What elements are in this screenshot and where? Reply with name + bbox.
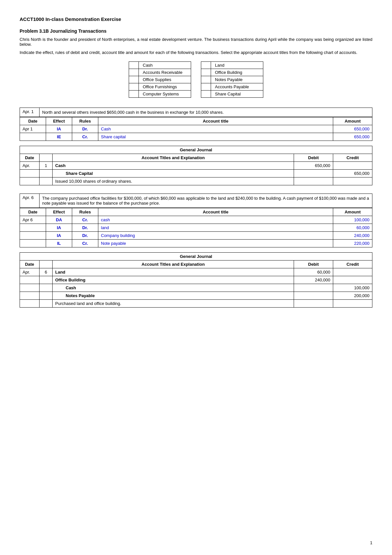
effect-rules: Dr. bbox=[72, 232, 98, 240]
effect-rules: Dr. bbox=[72, 224, 98, 232]
t2-effect-header-rules: Rules bbox=[72, 208, 98, 216]
journal-row: Share Capital 650,000 bbox=[20, 170, 372, 177]
journal-account: Notes Payable bbox=[53, 292, 294, 300]
transaction-2-date: Apr. 6 bbox=[20, 194, 40, 208]
coa-row: Office Supplies bbox=[129, 76, 191, 83]
coa-name: Accounts Payable bbox=[211, 83, 263, 91]
coa-code bbox=[129, 83, 139, 91]
effect-header-account: Account title bbox=[98, 117, 333, 125]
effect-amount: 60,000 bbox=[333, 224, 372, 232]
journal-1-header-debit: Debit bbox=[294, 154, 333, 162]
effect-value: IL bbox=[46, 240, 72, 247]
journal-debit bbox=[294, 300, 333, 308]
effect-amount: 650,000 bbox=[333, 125, 372, 133]
journal-num bbox=[40, 276, 53, 284]
effect-rules: Cr. bbox=[72, 133, 98, 141]
journal-num bbox=[40, 292, 53, 300]
transaction-1-effect-table: Date Effect Rules Account title Amount A… bbox=[20, 117, 372, 141]
effect-row: IL Cr. Note payable 220,000 bbox=[20, 240, 372, 247]
journal-1-header-date: Date bbox=[20, 154, 40, 162]
effect-amount: 650,000 bbox=[333, 133, 372, 141]
journal-debit: 650,000 bbox=[294, 162, 333, 170]
journal-account: Cash bbox=[53, 284, 294, 292]
t2-effect-header-date: Date bbox=[20, 208, 46, 216]
journal-account: Share Capital bbox=[53, 170, 294, 177]
effect-date bbox=[20, 224, 46, 232]
coa-name: Office Building bbox=[211, 69, 263, 76]
coa-name: Notes Payable bbox=[211, 76, 263, 83]
coa-name: Land bbox=[211, 62, 263, 69]
effect-date bbox=[20, 240, 46, 247]
effect-amount: 220,000 bbox=[333, 240, 372, 247]
effect-value: IE bbox=[46, 133, 72, 141]
journal-row: Notes Payable 200,000 bbox=[20, 292, 372, 300]
coa-right-table: LandOffice BuildingNotes PayableAccounts… bbox=[201, 61, 263, 98]
journal-date: Apr. bbox=[20, 162, 40, 170]
coa-code bbox=[129, 76, 139, 83]
effect-header-amount: Amount bbox=[333, 117, 372, 125]
journal-credit: 650,000 bbox=[333, 170, 372, 177]
coa-row: Share Capital bbox=[201, 91, 263, 98]
effect-amount: 240,000 bbox=[333, 232, 372, 240]
effect-account: Note payable bbox=[98, 240, 333, 247]
coa-code bbox=[129, 91, 139, 98]
journal-2-header-num bbox=[40, 261, 53, 268]
journal-1-header-num bbox=[40, 154, 53, 162]
transaction-1-journal-table: General Journal Date Account Titles and … bbox=[20, 146, 372, 185]
journal-num bbox=[40, 170, 53, 177]
effect-value: DA bbox=[46, 216, 72, 224]
journal-1-header-credit: Credit bbox=[333, 154, 372, 162]
effect-row: IA Dr. land 60,000 bbox=[20, 224, 372, 232]
problem-para1: Chris North is the founder and president… bbox=[20, 37, 372, 47]
problem-heading: Problem 3.1B Journalizing Transactions bbox=[20, 28, 372, 34]
journal-debit: 60,000 bbox=[294, 268, 333, 276]
journal-debit: 240,000 bbox=[294, 276, 333, 284]
journal-account: Cash bbox=[53, 162, 294, 170]
journal-row: Cash 100,000 bbox=[20, 284, 372, 292]
journal-credit bbox=[333, 300, 372, 308]
coa-name: Computer Systems bbox=[139, 91, 191, 98]
effect-rules: Cr. bbox=[72, 240, 98, 247]
effect-row: IA Dr. Company building 240,000 bbox=[20, 232, 372, 240]
page-title: ACCT1000 In-class Demonstration Exercise bbox=[20, 16, 372, 22]
effect-row: IE Cr. Share capital 650,000 bbox=[20, 133, 372, 141]
t2-effect-header-account: Account title bbox=[98, 208, 333, 216]
coa-left-table: CashAccounts ReceivableOffice SuppliesOf… bbox=[129, 61, 191, 98]
journal-num bbox=[40, 300, 53, 308]
t2-effect-header-effect: Effect bbox=[46, 208, 72, 216]
effect-header-effect: Effect bbox=[46, 117, 72, 125]
coa-row: Land bbox=[201, 62, 263, 69]
journal-credit bbox=[333, 276, 372, 284]
coa-row: Computer Systems bbox=[129, 91, 191, 98]
effect-rules: Dr. bbox=[72, 125, 98, 133]
transaction-2-journal-table: General Journal Date Account Titles and … bbox=[20, 252, 372, 308]
effect-account: Cash bbox=[98, 125, 333, 133]
journal-debit bbox=[294, 284, 333, 292]
journal-debit bbox=[294, 292, 333, 300]
chart-of-accounts: CashAccounts ReceivableOffice SuppliesOf… bbox=[20, 61, 372, 98]
journal-2-title: General Journal bbox=[20, 253, 372, 261]
journal-date bbox=[20, 284, 40, 292]
coa-code bbox=[129, 62, 139, 69]
coa-row: Accounts Receivable bbox=[129, 69, 191, 76]
journal-num: 1 bbox=[40, 162, 53, 170]
effect-account: land bbox=[98, 224, 333, 232]
transaction-2-desc-table: Apr. 6 The company purchased office faci… bbox=[20, 193, 372, 208]
transaction-1-date: Apr. 1 bbox=[20, 108, 40, 117]
coa-code bbox=[201, 83, 211, 91]
journal-debit bbox=[294, 177, 333, 185]
coa-code bbox=[201, 76, 211, 83]
t2-effect-header-amount: Amount bbox=[333, 208, 372, 216]
effect-rules: Cr. bbox=[72, 216, 98, 224]
effect-header-rules: Rules bbox=[72, 117, 98, 125]
journal-date bbox=[20, 177, 40, 185]
coa-name: Share Capital bbox=[211, 91, 263, 98]
journal-num: 6 bbox=[40, 268, 53, 276]
effect-header-date: Date bbox=[20, 117, 46, 125]
coa-name: Office Supplies bbox=[139, 76, 191, 83]
effect-account: Share capital bbox=[98, 133, 333, 141]
effect-date bbox=[20, 133, 46, 141]
journal-num bbox=[40, 177, 53, 185]
effect-date bbox=[20, 232, 46, 240]
coa-row: Notes Payable bbox=[201, 76, 263, 83]
